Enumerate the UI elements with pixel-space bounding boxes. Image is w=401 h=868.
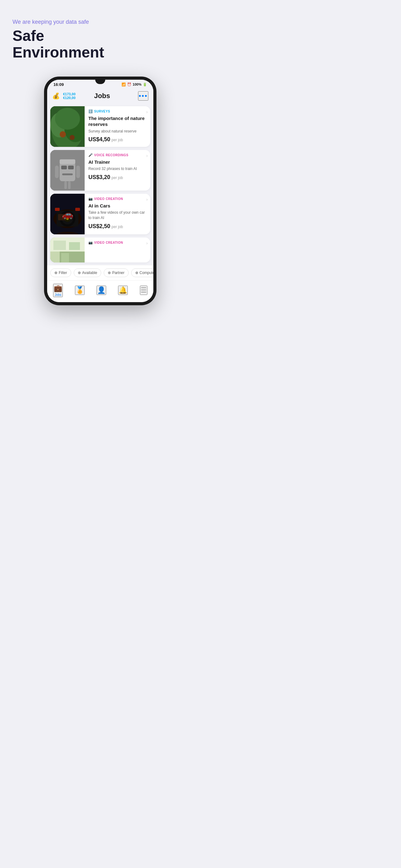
svg-rect-15 (76, 165, 80, 178)
job-image-robot (50, 150, 85, 191)
svg-rect-27 (58, 214, 66, 220)
page-header: We are keeping your data safe Safe Envir… (0, 0, 201, 70)
computer-icon: ⊕ (135, 271, 138, 275)
nav-rewards-button[interactable]: 🏅 (75, 286, 85, 295)
svg-rect-11 (62, 174, 73, 175)
jobs-list: ℹ️ SURVEYS › The importance of nature re… (47, 104, 153, 265)
job-name-trainer: AI Trainer (89, 159, 147, 165)
notifications-nav-icon: 🔔 (119, 286, 127, 294)
svg-rect-24 (55, 208, 60, 211)
job-content-ai-cars: 📷 VIDEO CREATION › AI in Cars Take a few… (85, 194, 150, 234)
more-options-button[interactable]: ••• (138, 91, 148, 101)
job-content-last: 📷 VIDEO CREATION › (85, 238, 150, 262)
job-category-label-voice: VOICE RECORDINGS (94, 153, 129, 157)
phone-frame: 16:09 📶 ⏰ 100% 🔋 💰 €173,00 €120,00 Jobs … (44, 76, 157, 305)
job-category-surveys: ℹ️ SURVEYS (89, 110, 147, 114)
job-card-surveys-nature[interactable]: ℹ️ SURVEYS › The importance of nature re… (50, 106, 150, 147)
job-image-nature (50, 106, 85, 147)
job-category-video-2: 📷 VIDEO CREATION (89, 241, 147, 245)
phone-screen: 16:09 📶 ⏰ 100% 🔋 💰 €173,00 €120,00 Jobs … (47, 80, 153, 302)
job-card-last[interactable]: 📷 VIDEO CREATION › (50, 238, 150, 262)
header-title: Safe Environment (12, 28, 188, 61)
svg-rect-13 (68, 181, 71, 189)
filter-tab-available-label: Available (82, 271, 97, 275)
bottom-nav: 💼 Jobs 🏅 👤 🔔 ☰ (47, 280, 153, 302)
filter-tab-available[interactable]: ⊕ Available (74, 269, 101, 277)
svg-rect-30 (61, 253, 69, 262)
svg-rect-33 (69, 242, 80, 250)
battery-icon: 🔋 (143, 83, 147, 87)
svg-rect-14 (55, 165, 59, 178)
filter-icon: ⊕ (54, 271, 58, 275)
header-subtitle: We are keeping your data safe (12, 19, 188, 25)
svg-rect-32 (54, 241, 66, 250)
battery-level: 100% (133, 83, 141, 86)
job-chevron-2: › (146, 153, 148, 158)
filter-tab-partner-label: Partner (112, 271, 124, 275)
job-price-unit-nature: per job (111, 138, 123, 142)
filter-tab-partner[interactable]: ⊕ Partner (104, 269, 128, 277)
job-category-voice: 🎤 VOICE RECORDINGS (89, 153, 147, 157)
job-price-amount-nature: US$4,50 (89, 136, 110, 143)
svg-rect-25 (75, 208, 80, 211)
job-content-surveys-nature: ℹ️ SURVEYS › The importance of nature re… (85, 106, 150, 147)
header-title-line2: Environment (12, 44, 104, 61)
filter-tabs: ⊕ Filter ⊕ Available ⊕ Partner ⊕ Compute… (47, 265, 153, 280)
job-price-unit-cars: per job (111, 225, 123, 229)
nav-profile-button[interactable]: 👤 (97, 286, 106, 295)
job-desc-trainer: Record 32 phrases to train AI (89, 166, 147, 172)
job-card-ai-cars[interactable]: 📷 VIDEO CREATION › AI in Cars Take a few… (50, 194, 150, 234)
video-category-icon-2: 📷 (89, 241, 93, 245)
svg-point-23 (66, 217, 69, 220)
job-desc-cars: Take a few videos of your own car to tra… (89, 210, 147, 221)
job-price-trainer: US$3,20 per job (89, 174, 147, 181)
profile-nav-icon: 👤 (97, 286, 106, 294)
header-title-line1: Safe (12, 28, 44, 44)
nav-menu-button[interactable]: ☰ (140, 286, 147, 295)
filter-tab-computer[interactable]: ⊕ Computer (131, 269, 153, 277)
video-category-icon: 📷 (89, 197, 93, 201)
job-price-amount-trainer: US$3,20 (89, 174, 110, 181)
svg-point-21 (62, 213, 73, 224)
app-header: 💰 €173,00 €120,00 Jobs ••• (47, 88, 153, 104)
app-title: Jobs (79, 92, 126, 100)
nav-notifications-button[interactable]: 🔔 (118, 286, 128, 295)
job-category-label-video-2: VIDEO CREATION (94, 241, 123, 244)
wallet-amount-primary: €173,00 (63, 92, 75, 96)
job-desc-nature: Survey about natural reserve (89, 129, 147, 134)
svg-rect-10 (68, 165, 74, 169)
svg-rect-16 (60, 159, 75, 164)
alarm-icon: ⏰ (127, 83, 132, 87)
status-time: 16:09 (54, 82, 64, 87)
svg-rect-8 (60, 162, 75, 181)
job-card-ai-trainer[interactable]: 🎤 VOICE RECORDINGS › AI Trainer Record 3… (50, 150, 150, 191)
svg-rect-29 (50, 250, 60, 262)
surveys-category-icon: ℹ️ (89, 110, 93, 114)
menu-nav-icon: ☰ (140, 286, 147, 294)
job-content-ai-trainer: 🎤 VOICE RECORDINGS › AI Trainer Record 3… (85, 150, 150, 191)
notch (95, 80, 105, 84)
job-price-amount-cars: US$2,50 (89, 223, 110, 230)
status-bar: 16:09 📶 ⏰ 100% 🔋 (47, 80, 153, 88)
svg-point-4 (55, 108, 80, 130)
job-image-last (50, 238, 85, 262)
job-chevron-4: › (146, 241, 148, 246)
voice-category-icon: 🎤 (89, 153, 93, 157)
job-category-label: SURVEYS (94, 110, 110, 113)
job-price-unit-trainer: per job (111, 176, 123, 180)
nav-jobs-button[interactable]: 💼 Jobs (53, 284, 63, 297)
filter-tab-filter-label: Filter (59, 271, 67, 275)
svg-rect-9 (61, 165, 67, 169)
wallet-icon: 💰 (52, 92, 60, 100)
filter-tab-computer-label: Computer (140, 271, 153, 275)
job-category-label-video: VIDEO CREATION (94, 197, 123, 200)
job-price-nature: US$4,50 per job (89, 136, 147, 143)
phone-wrapper: 16:09 📶 ⏰ 100% 🔋 💰 €173,00 €120,00 Jobs … (0, 70, 201, 318)
wallet-amount-secondary: €120,00 (63, 96, 75, 100)
filter-tab-filter[interactable]: ⊕ Filter (50, 269, 71, 277)
svg-point-6 (70, 135, 75, 140)
rewards-nav-icon: 🏅 (75, 286, 84, 294)
job-chevron: › (146, 110, 148, 114)
wifi-icon: 📶 (122, 83, 126, 87)
wallet-amounts: €173,00 €120,00 (63, 92, 75, 100)
